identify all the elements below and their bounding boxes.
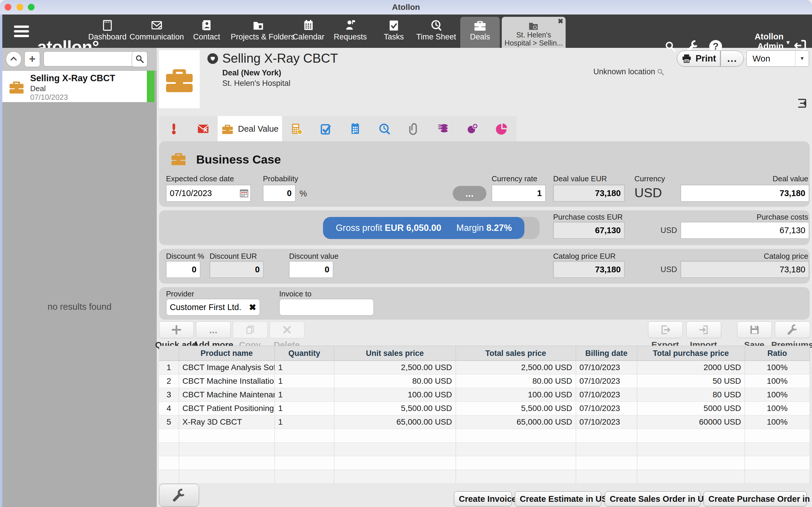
nav-item-dashboard[interactable]: Dashboard xyxy=(80,17,135,48)
table-row[interactable]: 3 CBCT Machine Maintenance Se 1 100.00 U… xyxy=(159,388,810,402)
nav-item-deals-active[interactable]: Deals xyxy=(460,17,500,48)
col-total-sales-price[interactable]: Total sales price xyxy=(455,346,576,361)
deals-briefcase-icon xyxy=(473,18,487,32)
more-actions-button[interactable]: ... xyxy=(720,51,744,67)
discount-pct-input[interactable] xyxy=(166,261,200,278)
premiums-wrench-icon xyxy=(787,324,799,336)
currency-rate-input[interactable] xyxy=(492,185,546,202)
tab-billing[interactable] xyxy=(282,116,311,142)
discount-value-input[interactable] xyxy=(289,261,333,278)
empty-row xyxy=(159,443,810,456)
ellipsis-icon: ... xyxy=(209,328,217,331)
tab-calendar[interactable] xyxy=(341,116,370,142)
deal-value-briefcase-icon xyxy=(221,122,234,135)
expected-close-input[interactable] xyxy=(166,185,251,202)
probability-suffix: % xyxy=(300,189,307,199)
catalog-price-eur-label: Catalog price EUR xyxy=(553,252,615,261)
detach-view-icon[interactable] xyxy=(796,98,807,109)
create-invoice-button[interactable]: Create Invoice xyxy=(454,491,512,506)
col-unit-sales-price[interactable]: Unit sales price xyxy=(334,346,455,361)
currency-more-button[interactable]: ... xyxy=(453,186,486,201)
table-row[interactable]: 1 CBCT Image Analysis Software 1 2,500.0… xyxy=(159,361,810,375)
margin-progress-fill: Gross profit EUR 6,050.00 Margin 8.27% xyxy=(323,217,525,239)
communication-icon xyxy=(150,18,163,32)
collapse-button[interactable] xyxy=(6,51,21,67)
purchase-costs-input[interactable] xyxy=(681,222,809,239)
user-caret-icon[interactable]: ▼ xyxy=(785,40,791,46)
nav-item-time-sheet[interactable]: Time Sheet xyxy=(409,17,464,48)
col-product-name[interactable]: Product name xyxy=(179,346,275,361)
premiums-button[interactable] xyxy=(775,321,810,338)
tab-deal-value-active[interactable]: Deal Value xyxy=(218,116,282,142)
tab-close-icon[interactable]: ✖ xyxy=(558,17,563,25)
export-button[interactable] xyxy=(648,321,683,338)
tab-time[interactable] xyxy=(370,116,399,142)
titlebar: Atollon xyxy=(0,0,812,15)
thermometer-icon xyxy=(167,122,180,135)
add-more-button[interactable]: ... xyxy=(196,321,231,338)
search-result-item[interactable]: Selling X-Ray CBCT Deal 07/10/2023 xyxy=(2,71,154,102)
search-icon xyxy=(134,54,145,64)
deal-stage-value: Won xyxy=(747,54,795,63)
provider-input[interactable]: Customer First Ltd. ✖ xyxy=(166,299,260,316)
nav-item-contact[interactable]: Contact xyxy=(179,17,234,48)
table-row[interactable]: 4 CBCT Patient Positioning Devic 1 5,500… xyxy=(159,402,810,415)
open-document-tab[interactable]: ✖ St. Helen's Hospital > Sellin... xyxy=(502,17,565,48)
clear-provider-icon[interactable]: ✖ xyxy=(249,302,256,313)
col-rownum[interactable] xyxy=(159,346,179,361)
gross-profit-panel: Gross profit EUR 6,050.00 Margin 8.27% P… xyxy=(159,210,810,245)
location-row[interactable]: Unknown location xyxy=(592,67,664,76)
tab-finance[interactable] xyxy=(429,116,458,142)
invoice-to-input[interactable] xyxy=(279,299,374,316)
export-icon xyxy=(660,324,671,336)
create-purchase-order-button[interactable]: Create Purchase Order in USD ▼ xyxy=(703,491,807,506)
nav-item-projects-folders[interactable]: Projects & Folders xyxy=(231,17,286,48)
deal-tabs-strip: Deal Value xyxy=(159,116,517,142)
date-picker-icon[interactable] xyxy=(238,188,250,199)
table-row[interactable]: 5 X-Ray 3D CBCT 1 65,000.00 USD 65,000.0… xyxy=(159,415,810,429)
probability-input[interactable] xyxy=(263,185,295,202)
tab-reports[interactable] xyxy=(487,116,517,142)
col-quantity[interactable]: Quantity xyxy=(275,346,334,361)
quick-add-button[interactable] xyxy=(159,321,194,338)
save-floppy-icon xyxy=(749,324,760,336)
global-search-icon[interactable] xyxy=(664,40,677,53)
create-sales-order-button[interactable]: Create Sales Order in USD ▼ xyxy=(605,491,701,506)
catalog-currency-code: USD xyxy=(660,265,677,274)
deal-value-input[interactable] xyxy=(681,185,809,202)
catalog-price-label: Catalog price xyxy=(681,252,808,261)
result-status-stripe xyxy=(147,71,154,102)
import-button[interactable] xyxy=(686,321,721,338)
print-button[interactable]: Print xyxy=(677,51,720,67)
business-case-panel: Business Case Expected close date Probab… xyxy=(159,141,810,207)
table-settings-button[interactable] xyxy=(159,484,199,507)
sidebar-search-button[interactable] xyxy=(132,51,148,67)
col-total-purchase-price[interactable]: Total purchase price xyxy=(637,346,745,361)
tab-messages[interactable] xyxy=(188,116,218,142)
deal-stage-select[interactable]: Won ▼ xyxy=(746,51,809,67)
margin-label: Margin xyxy=(456,223,484,233)
create-estimate-button[interactable]: Create Estimate in USD ▼ xyxy=(515,491,601,506)
copy-button[interactable] xyxy=(233,321,268,338)
empty-row xyxy=(159,429,810,443)
save-button[interactable] xyxy=(737,321,772,338)
expected-close-label: Expected close date xyxy=(166,174,234,183)
col-billing-date[interactable]: Billing date xyxy=(576,346,637,361)
col-ratio[interactable]: Ratio xyxy=(745,346,810,361)
nav-item-communication[interactable]: Communication xyxy=(129,17,184,48)
tab-tasks[interactable] xyxy=(311,116,341,142)
add-button[interactable]: + xyxy=(24,51,40,67)
no-results-text: no results found xyxy=(2,302,157,312)
table-row[interactable]: 2 CBCT Machine Installation Servi 1 80.0… xyxy=(159,375,810,388)
result-date: 07/10/2023 xyxy=(30,93,68,102)
delete-button[interactable] xyxy=(270,321,305,338)
tab-activity[interactable] xyxy=(159,116,188,142)
sidebar-search-input[interactable] xyxy=(44,51,135,66)
hamburger-menu-icon[interactable] xyxy=(14,23,29,40)
dashboard-icon xyxy=(101,18,114,32)
paperclip-icon xyxy=(408,122,420,135)
purchase-costs-eur-label: Purchase costs EUR xyxy=(553,213,623,222)
tab-premiums[interactable] xyxy=(458,116,487,142)
tab-attachments[interactable] xyxy=(399,116,429,142)
page-title: Selling X-Ray CBCT xyxy=(222,51,338,65)
